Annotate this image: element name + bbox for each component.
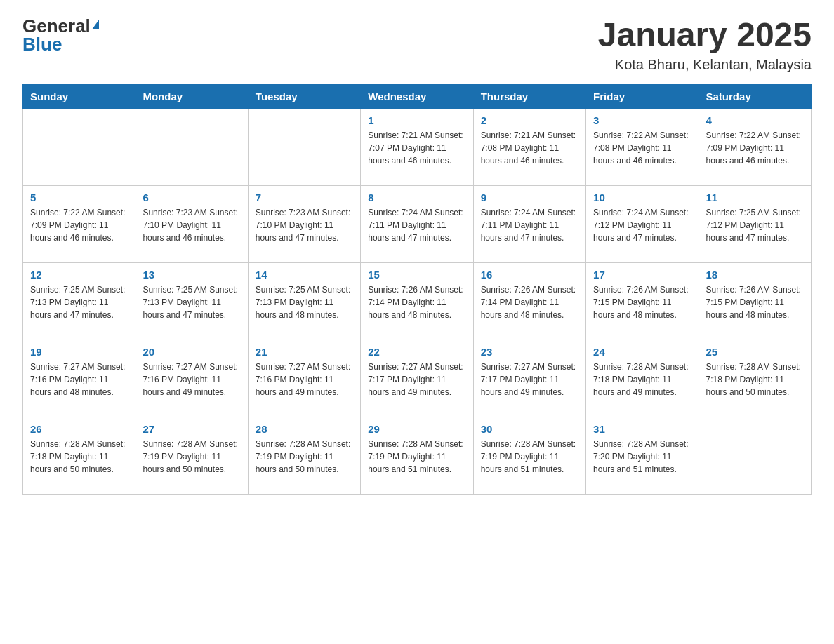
- day-number: 4: [706, 114, 804, 126]
- calendar-cell: 19Sunrise: 7:27 AM Sunset: 7:16 PM Dayli…: [23, 340, 135, 417]
- calendar-cell: 3Sunrise: 7:22 AM Sunset: 7:08 PM Daylig…: [586, 108, 699, 185]
- header-day-friday: Friday: [586, 84, 699, 108]
- day-number: 9: [481, 192, 578, 203]
- header-day-tuesday: Tuesday: [248, 84, 360, 108]
- calendar-cell: 18Sunrise: 7:26 AM Sunset: 7:15 PM Dayli…: [699, 262, 811, 340]
- header-row: SundayMondayTuesdayWednesdayThursdayFrid…: [23, 84, 812, 108]
- calendar-cell: 30Sunrise: 7:28 AM Sunset: 7:19 PM Dayli…: [473, 417, 585, 494]
- day-number: 13: [143, 269, 240, 281]
- day-info: Sunrise: 7:27 AM Sunset: 7:16 PM Dayligh…: [256, 361, 353, 398]
- day-info: Sunrise: 7:26 AM Sunset: 7:14 PM Dayligh…: [481, 283, 578, 321]
- day-info: Sunrise: 7:25 AM Sunset: 7:13 PM Dayligh…: [30, 283, 128, 321]
- day-number: 30: [481, 423, 578, 435]
- day-info: Sunrise: 7:27 AM Sunset: 7:17 PM Dayligh…: [368, 361, 465, 398]
- day-info: Sunrise: 7:28 AM Sunset: 7:19 PM Dayligh…: [143, 438, 240, 476]
- day-number: 27: [143, 423, 240, 435]
- day-info: Sunrise: 7:25 AM Sunset: 7:13 PM Dayligh…: [143, 283, 240, 321]
- day-number: 10: [593, 192, 691, 203]
- day-number: 6: [143, 192, 240, 203]
- calendar-cell: [135, 108, 248, 185]
- day-number: 28: [256, 423, 353, 435]
- calendar-cell: 16Sunrise: 7:26 AM Sunset: 7:14 PM Dayli…: [473, 262, 585, 340]
- calendar-cell: 17Sunrise: 7:26 AM Sunset: 7:15 PM Dayli…: [586, 262, 699, 340]
- calendar-cell: 6Sunrise: 7:23 AM Sunset: 7:10 PM Daylig…: [135, 185, 248, 262]
- calendar-cell: 14Sunrise: 7:25 AM Sunset: 7:13 PM Dayli…: [248, 262, 360, 340]
- page-header: General Blue January 2025 Kota Bharu, Ke…: [22, 17, 812, 73]
- calendar-week-4: 19Sunrise: 7:27 AM Sunset: 7:16 PM Dayli…: [23, 340, 812, 417]
- day-info: Sunrise: 7:27 AM Sunset: 7:17 PM Dayligh…: [481, 361, 578, 398]
- day-info: Sunrise: 7:21 AM Sunset: 7:07 PM Dayligh…: [368, 129, 465, 167]
- day-info: Sunrise: 7:23 AM Sunset: 7:10 PM Dayligh…: [256, 206, 353, 244]
- calendar-cell: 10Sunrise: 7:24 AM Sunset: 7:12 PM Dayli…: [586, 185, 699, 262]
- header-day-sunday: Sunday: [23, 84, 135, 108]
- day-info: Sunrise: 7:24 AM Sunset: 7:12 PM Dayligh…: [593, 206, 691, 244]
- day-number: 20: [143, 346, 240, 358]
- day-info: Sunrise: 7:28 AM Sunset: 7:19 PM Dayligh…: [256, 438, 353, 476]
- calendar-week-5: 26Sunrise: 7:28 AM Sunset: 7:18 PM Dayli…: [23, 417, 812, 494]
- calendar-cell: 31Sunrise: 7:28 AM Sunset: 7:20 PM Dayli…: [586, 417, 699, 494]
- day-number: 16: [481, 269, 578, 281]
- calendar-cell: 1Sunrise: 7:21 AM Sunset: 7:07 PM Daylig…: [361, 108, 473, 185]
- calendar-week-3: 12Sunrise: 7:25 AM Sunset: 7:13 PM Dayli…: [23, 262, 812, 340]
- calendar-cell: 21Sunrise: 7:27 AM Sunset: 7:16 PM Dayli…: [248, 340, 360, 417]
- calendar-week-2: 5Sunrise: 7:22 AM Sunset: 7:09 PM Daylig…: [23, 185, 812, 262]
- logo: General Blue: [22, 17, 99, 53]
- day-number: 19: [30, 346, 128, 358]
- day-info: Sunrise: 7:28 AM Sunset: 7:19 PM Dayligh…: [368, 438, 465, 476]
- day-info: Sunrise: 7:26 AM Sunset: 7:15 PM Dayligh…: [593, 283, 691, 321]
- day-number: 2: [481, 114, 578, 126]
- day-info: Sunrise: 7:25 AM Sunset: 7:12 PM Dayligh…: [706, 206, 804, 244]
- header-day-saturday: Saturday: [699, 84, 811, 108]
- header-day-wednesday: Wednesday: [361, 84, 473, 108]
- day-info: Sunrise: 7:22 AM Sunset: 7:09 PM Dayligh…: [706, 129, 804, 167]
- day-info: Sunrise: 7:25 AM Sunset: 7:13 PM Dayligh…: [256, 283, 353, 321]
- calendar-week-1: 1Sunrise: 7:21 AM Sunset: 7:07 PM Daylig…: [23, 108, 812, 185]
- location-title: Kota Bharu, Kelantan, Malaysia: [598, 57, 812, 73]
- day-number: 15: [368, 269, 465, 281]
- header-day-thursday: Thursday: [473, 84, 585, 108]
- calendar-cell: 28Sunrise: 7:28 AM Sunset: 7:19 PM Dayli…: [248, 417, 360, 494]
- day-number: 23: [481, 346, 578, 358]
- calendar-cell: 22Sunrise: 7:27 AM Sunset: 7:17 PM Dayli…: [361, 340, 473, 417]
- calendar-cell: 2Sunrise: 7:21 AM Sunset: 7:08 PM Daylig…: [473, 108, 585, 185]
- day-info: Sunrise: 7:28 AM Sunset: 7:18 PM Dayligh…: [706, 361, 804, 398]
- day-info: Sunrise: 7:22 AM Sunset: 7:09 PM Dayligh…: [30, 206, 128, 244]
- calendar-cell: 11Sunrise: 7:25 AM Sunset: 7:12 PM Dayli…: [699, 185, 811, 262]
- calendar-cell: [23, 108, 135, 185]
- header-day-monday: Monday: [135, 84, 248, 108]
- day-info: Sunrise: 7:24 AM Sunset: 7:11 PM Dayligh…: [481, 206, 578, 244]
- calendar-cell: [248, 108, 360, 185]
- calendar-body: 1Sunrise: 7:21 AM Sunset: 7:07 PM Daylig…: [23, 108, 812, 494]
- calendar-cell: 24Sunrise: 7:28 AM Sunset: 7:18 PM Dayli…: [586, 340, 699, 417]
- day-info: Sunrise: 7:23 AM Sunset: 7:10 PM Dayligh…: [143, 206, 240, 244]
- calendar-cell: 4Sunrise: 7:22 AM Sunset: 7:09 PM Daylig…: [699, 108, 811, 185]
- calendar-cell: 27Sunrise: 7:28 AM Sunset: 7:19 PM Dayli…: [135, 417, 248, 494]
- calendar-cell: 13Sunrise: 7:25 AM Sunset: 7:13 PM Dayli…: [135, 262, 248, 340]
- day-info: Sunrise: 7:28 AM Sunset: 7:18 PM Dayligh…: [30, 438, 128, 476]
- calendar-cell: 23Sunrise: 7:27 AM Sunset: 7:17 PM Dayli…: [473, 340, 585, 417]
- calendar-cell: 26Sunrise: 7:28 AM Sunset: 7:18 PM Dayli…: [23, 417, 135, 494]
- day-number: 29: [368, 423, 465, 435]
- calendar-cell: 25Sunrise: 7:28 AM Sunset: 7:18 PM Dayli…: [699, 340, 811, 417]
- calendar-cell: 20Sunrise: 7:27 AM Sunset: 7:16 PM Dayli…: [135, 340, 248, 417]
- day-number: 21: [256, 346, 353, 358]
- day-number: 3: [593, 114, 691, 126]
- calendar-cell: 8Sunrise: 7:24 AM Sunset: 7:11 PM Daylig…: [361, 185, 473, 262]
- day-number: 25: [706, 346, 804, 358]
- day-number: 11: [706, 192, 804, 203]
- day-info: Sunrise: 7:27 AM Sunset: 7:16 PM Dayligh…: [143, 361, 240, 398]
- logo-triangle-icon: [92, 20, 99, 29]
- day-info: Sunrise: 7:21 AM Sunset: 7:08 PM Dayligh…: [481, 129, 578, 167]
- calendar-cell: 5Sunrise: 7:22 AM Sunset: 7:09 PM Daylig…: [23, 185, 135, 262]
- calendar-cell: 7Sunrise: 7:23 AM Sunset: 7:10 PM Daylig…: [248, 185, 360, 262]
- day-info: Sunrise: 7:28 AM Sunset: 7:20 PM Dayligh…: [593, 438, 691, 476]
- day-number: 1: [368, 114, 465, 126]
- day-number: 7: [256, 192, 353, 203]
- day-info: Sunrise: 7:24 AM Sunset: 7:11 PM Dayligh…: [368, 206, 465, 244]
- day-number: 18: [706, 269, 804, 281]
- day-number: 12: [30, 269, 128, 281]
- month-title: January 2025: [598, 17, 812, 54]
- day-number: 17: [593, 269, 691, 281]
- calendar-cell: 12Sunrise: 7:25 AM Sunset: 7:13 PM Dayli…: [23, 262, 135, 340]
- calendar-header: SundayMondayTuesdayWednesdayThursdayFrid…: [23, 84, 812, 108]
